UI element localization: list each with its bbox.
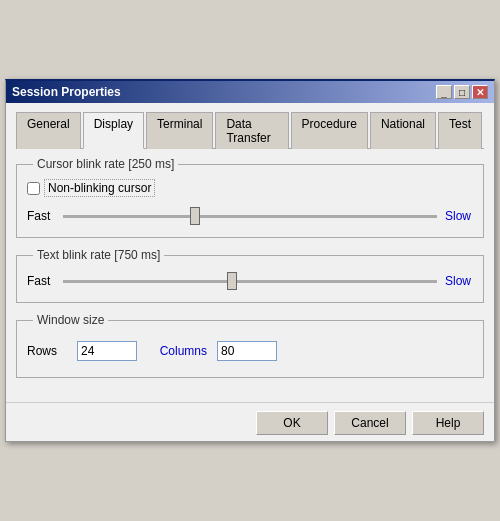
text-slow-label: Slow — [445, 274, 473, 288]
non-blinking-checkbox[interactable] — [27, 182, 40, 195]
title-bar: Session Properties _ □ ✕ — [6, 81, 494, 103]
close-button[interactable]: ✕ — [472, 85, 488, 99]
tab-general[interactable]: General — [16, 112, 81, 149]
tab-data-transfer[interactable]: Data Transfer — [215, 112, 288, 149]
help-button[interactable]: Help — [412, 411, 484, 435]
minimize-button[interactable]: _ — [436, 85, 452, 99]
columns-input[interactable] — [217, 341, 277, 361]
tab-terminal[interactable]: Terminal — [146, 112, 213, 149]
text-fast-label: Fast — [27, 274, 55, 288]
window-title: Session Properties — [12, 85, 121, 99]
window-body: General Display Terminal Data Transfer P… — [6, 103, 494, 398]
cursor-blink-slider-row: Fast Slow — [27, 205, 473, 227]
rows-label: Rows — [27, 344, 67, 358]
tab-national[interactable]: National — [370, 112, 436, 149]
non-blinking-label[interactable]: Non-blinking cursor — [44, 179, 155, 197]
text-blink-slider-row: Fast Slow — [27, 270, 473, 292]
text-blink-slider[interactable] — [63, 280, 437, 283]
cursor-blink-group: Cursor blink rate [250 ms] Non-blinking … — [16, 157, 484, 238]
bottom-bar: OK Cancel Help — [6, 402, 494, 441]
tab-bar: General Display Terminal Data Transfer P… — [16, 111, 484, 149]
non-blinking-row: Non-blinking cursor — [27, 179, 473, 197]
text-blink-group: Text blink rate [750 ms] Fast Slow — [16, 248, 484, 303]
maximize-button[interactable]: □ — [454, 85, 470, 99]
tab-procedure[interactable]: Procedure — [291, 112, 368, 149]
dialog-window: Session Properties _ □ ✕ General Display… — [5, 79, 495, 442]
ok-button[interactable]: OK — [256, 411, 328, 435]
rows-input[interactable] — [77, 341, 137, 361]
cursor-blink-legend: Cursor blink rate [250 ms] — [33, 157, 178, 171]
cursor-fast-label: Fast — [27, 209, 55, 223]
columns-label: Columns — [147, 344, 207, 358]
window-size-legend: Window size — [33, 313, 108, 327]
tab-display[interactable]: Display — [83, 112, 144, 149]
title-bar-buttons: _ □ ✕ — [436, 85, 488, 99]
window-size-row: Rows Columns — [27, 335, 473, 367]
cursor-blink-slider[interactable] — [63, 215, 437, 218]
cursor-slow-label: Slow — [445, 209, 473, 223]
window-size-group: Window size Rows Columns — [16, 313, 484, 378]
tab-test[interactable]: Test — [438, 112, 482, 149]
text-blink-legend: Text blink rate [750 ms] — [33, 248, 164, 262]
cancel-button[interactable]: Cancel — [334, 411, 406, 435]
